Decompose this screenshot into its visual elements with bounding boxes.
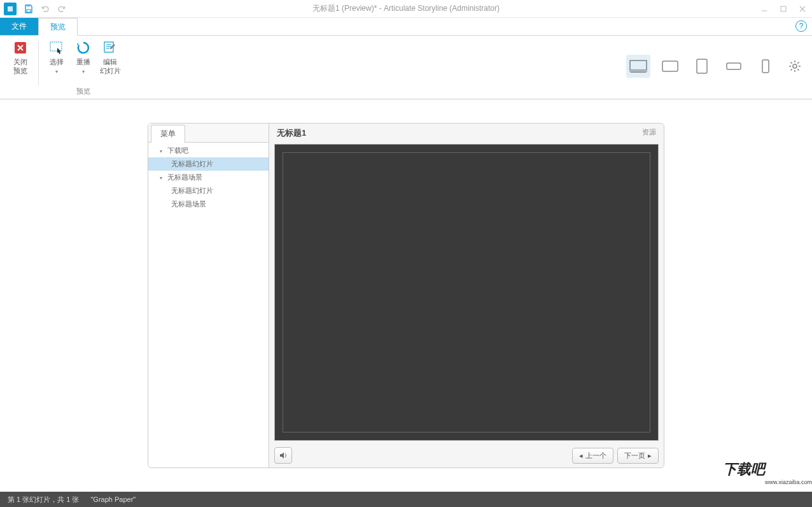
minimize-button[interactable] <box>755 1 774 17</box>
device-phone-portrait[interactable] <box>753 55 778 78</box>
slide-canvas <box>274 144 659 441</box>
preview-stage: 菜单 下载吧 无标题幻灯片 无标题场景 无标题幻灯片 无标题场景 无标题1 资源 <box>0 99 812 492</box>
select-button[interactable]: 选择▾ <box>44 38 69 85</box>
chevron-left-icon: ◂ <box>579 452 583 460</box>
svg-rect-1 <box>27 10 31 12</box>
preview-settings-button[interactable] <box>785 57 804 76</box>
edit-slide-button[interactable]: 编辑幻灯片 <box>97 38 123 85</box>
tab-preview[interactable]: 预览 <box>38 18 78 36</box>
ribbon-group-label <box>19 87 21 99</box>
svg-rect-2 <box>27 5 30 7</box>
device-desktop[interactable] <box>626 55 650 78</box>
device-phone-landscape[interactable] <box>722 55 746 78</box>
svg-rect-12 <box>662 61 678 71</box>
replay-icon <box>73 39 94 56</box>
close-icon <box>10 39 31 56</box>
audio-button[interactable] <box>274 447 292 464</box>
resources-link[interactable]: 资源 <box>642 127 656 139</box>
ribbon-group-preview: 选择▾ 重播▾ 编辑幻灯片 预览 <box>41 38 125 99</box>
prev-label: 上一个 <box>585 451 606 461</box>
player-frame: 菜单 下载吧 无标题幻灯片 无标题场景 无标题幻灯片 无标题场景 无标题1 资源 <box>148 123 664 468</box>
app-logo <box>4 3 17 15</box>
slide-title: 无标题1 <box>277 127 306 139</box>
svg-rect-13 <box>697 59 707 73</box>
status-theme: "Graph Paper" <box>90 496 136 503</box>
svg-rect-14 <box>727 63 741 69</box>
save-button[interactable] <box>20 1 37 17</box>
svg-point-16 <box>793 64 797 68</box>
titlebar: 无标题1 (Preview)* - Articulate Storyline (… <box>0 0 812 18</box>
svg-line-21 <box>791 62 792 64</box>
svg-rect-6 <box>50 42 62 51</box>
slide-area: 无标题1 资源 ◂ 上一个 下一页 ▸ <box>269 124 664 468</box>
close-button[interactable] <box>793 1 812 17</box>
tree-item[interactable]: 无标题幻灯片 <box>148 184 269 197</box>
tree-item[interactable]: 无标题场景 <box>148 197 269 211</box>
close-preview-button[interactable]: 关闭预览 <box>8 38 33 87</box>
device-selector <box>626 55 804 78</box>
svg-line-23 <box>791 69 792 70</box>
ribbon-group-close: 关闭预览 <box>5 38 36 99</box>
svg-line-22 <box>797 69 799 70</box>
next-button[interactable]: 下一页 ▸ <box>617 448 659 464</box>
ribbon-label: 幻灯片 <box>100 67 121 75</box>
ribbon-label: 预览 <box>13 67 27 75</box>
chevron-down-icon: ▾ <box>55 69 58 75</box>
tab-file[interactable]: 文件 <box>0 18 38 35</box>
ribbon-label: 编辑 <box>103 58 117 66</box>
svg-rect-0 <box>8 6 13 11</box>
replay-button[interactable]: 重播▾ <box>71 38 96 85</box>
tree-item[interactable]: 无标题幻灯片 <box>148 157 269 171</box>
statusbar: 第 1 张幻灯片，共 1 张 "Graph Paper" <box>0 492 812 507</box>
select-icon <box>46 39 67 56</box>
chevron-down-icon: ▾ <box>82 69 85 75</box>
device-tablet-landscape[interactable] <box>658 55 682 78</box>
ribbon-tabs: 文件 预览 ? <box>0 18 812 36</box>
prev-button[interactable]: ◂ 上一个 <box>572 448 613 464</box>
svg-line-24 <box>797 62 799 64</box>
player-sidebar: 菜单 下载吧 无标题幻灯片 无标题场景 无标题幻灯片 无标题场景 <box>148 124 269 468</box>
tree-item[interactable]: 无标题场景 <box>148 171 269 184</box>
chevron-right-icon: ▸ <box>648 452 652 460</box>
window-title: 无标题1 (Preview)* - Articulate Storyline (… <box>312 3 500 14</box>
help-button[interactable]: ? <box>795 20 807 32</box>
next-label: 下一页 <box>624 451 645 461</box>
redo-button[interactable] <box>53 1 70 17</box>
ribbon-label: 重播 <box>76 58 90 66</box>
maximize-button[interactable] <box>774 1 793 17</box>
edit-icon <box>100 39 120 56</box>
ribbon-group-label: 预览 <box>76 85 90 99</box>
ribbon: 关闭预览 选择▾ 重播▾ 编辑幻灯片 <box>0 36 812 99</box>
svg-rect-15 <box>762 60 769 73</box>
tree-item[interactable]: 下载吧 <box>148 144 269 157</box>
ribbon-label: 关闭 <box>13 58 27 66</box>
svg-rect-4 <box>781 6 786 11</box>
ribbon-separator <box>38 41 39 86</box>
ribbon-label: 选择 <box>50 58 64 66</box>
player-controls: ◂ 上一个 下一页 ▸ <box>269 443 664 468</box>
window-controls <box>755 1 812 17</box>
status-slide-info: 第 1 张幻灯片，共 1 张 <box>8 495 79 504</box>
sidebar-tab-menu[interactable]: 菜单 <box>151 125 185 143</box>
device-tablet-portrait[interactable] <box>690 55 714 78</box>
undo-button[interactable] <box>37 1 53 17</box>
svg-rect-11 <box>630 61 647 70</box>
menu-tree: 下载吧 无标题幻灯片 无标题场景 无标题幻灯片 无标题场景 <box>148 143 269 468</box>
